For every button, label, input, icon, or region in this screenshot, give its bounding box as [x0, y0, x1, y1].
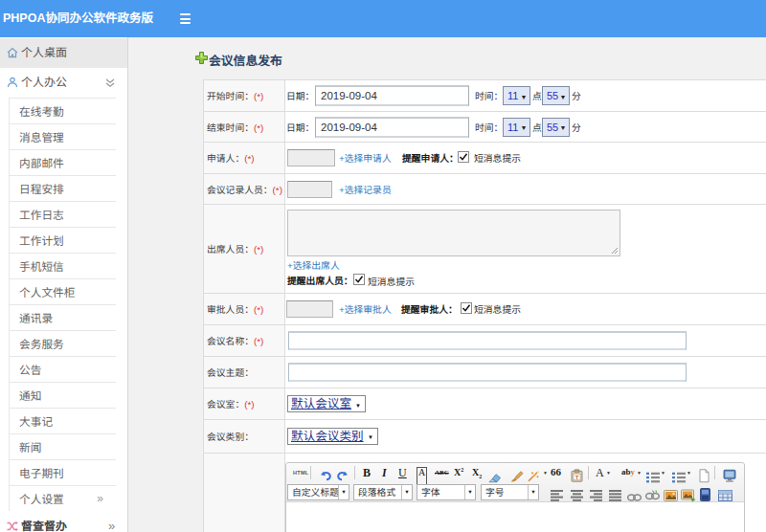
svg-text:T: T — [575, 475, 579, 480]
